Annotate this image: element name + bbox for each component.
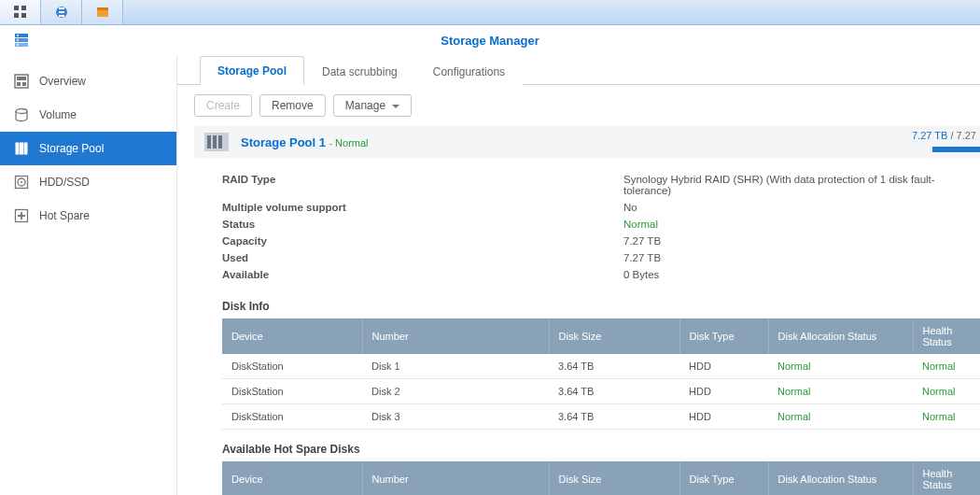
svg-point-13 (17, 35, 19, 36)
cell-size: 3.64 TB (549, 404, 679, 430)
storage-app-icon (54, 5, 69, 20)
cell-size: 3.64 TB (549, 354, 679, 379)
col-header-alloc[interactable]: Disk Allocation Status (768, 461, 913, 495)
cell-type: HDD (679, 404, 768, 430)
svg-rect-9 (97, 7, 108, 10)
cell-health: Normal (913, 354, 980, 379)
prop-value-status: Normal (623, 219, 980, 230)
col-header-type[interactable]: Disk Type (679, 318, 768, 354)
system-taskbar (0, 0, 980, 25)
prop-label-mvs: Multiple volume support (222, 202, 623, 213)
prop-value-capacity: 7.27 TB (623, 235, 980, 247)
table-row[interactable]: DiskStationDisk 13.64 TBHDDNormalNormal (222, 354, 980, 379)
sidebar-item-hdd-ssd[interactable]: HDD/SSD (0, 165, 176, 199)
prop-value-used: 7.27 TB (623, 252, 980, 263)
section-title-disk-info: Disk Info (177, 287, 980, 318)
tab-bar: Storage Pool Data scrubbing Configuratio… (177, 55, 980, 85)
cell-device: DiskStation (222, 404, 362, 430)
col-header-number[interactable]: Number (362, 461, 549, 495)
storage-pool-icon (13, 140, 30, 157)
cell-device: DiskStation (222, 379, 362, 404)
cell-health: Normal (913, 404, 980, 430)
pool-header[interactable]: Storage Pool 1 - Normal 7.27 TB / 7.27 (194, 126, 980, 158)
tab-data-scrubbing[interactable]: Data scrubbing (304, 57, 415, 85)
svg-rect-17 (17, 77, 26, 80)
pool-usage-used[interactable]: 7.27 TB (912, 130, 947, 141)
pool-status-short: Normal (335, 137, 368, 148)
svg-rect-0 (14, 6, 19, 10)
svg-rect-19 (22, 82, 26, 86)
table-row[interactable]: DiskStationDisk 33.64 TBHDDNormalNormal (222, 404, 980, 430)
pool-icon (203, 132, 230, 152)
manage-button[interactable]: Manage (333, 94, 413, 117)
pool-usage-summary: 7.27 TB / 7.27 (912, 130, 976, 141)
app-icon (13, 32, 30, 51)
prop-label-used: Used (222, 252, 623, 263)
pool-usage-bar (932, 147, 980, 152)
col-header-device[interactable]: Device (222, 461, 362, 495)
taskbar-apps-button[interactable] (0, 0, 41, 24)
sidebar: Overview Volume Storage Pool HDD/SSD Hot (0, 55, 177, 495)
sidebar-item-hot-spare[interactable]: Hot Spare (0, 199, 176, 233)
package-app-icon (95, 5, 110, 20)
col-header-device[interactable]: Device (222, 318, 362, 354)
svg-rect-3 (21, 13, 26, 18)
col-header-size[interactable]: Disk Size (549, 318, 679, 354)
sidebar-item-storage-pool[interactable]: Storage Pool (0, 132, 176, 165)
window-titlebar: Storage Manager (0, 25, 980, 55)
col-header-size[interactable]: Disk Size (549, 461, 679, 495)
sidebar-item-overview[interactable]: Overview (0, 64, 176, 98)
prop-label-status: Status (222, 219, 623, 230)
svg-rect-6 (59, 11, 64, 13)
pool-title: Storage Pool 1 (241, 135, 326, 149)
sidebar-item-volume[interactable]: Volume (0, 98, 176, 132)
sidebar-item-label: Storage Pool (39, 142, 104, 155)
svg-point-26 (21, 181, 22, 183)
window-title: Storage Manager (441, 34, 539, 48)
pool-usage-total: 7.27 (957, 130, 976, 141)
taskbar-app-2[interactable] (82, 0, 123, 24)
section-title-hot-spare: Available Hot Spare Disks (177, 430, 980, 461)
cell-number: Disk 1 (362, 354, 549, 379)
cell-number: Disk 3 (362, 404, 549, 430)
svg-rect-5 (59, 7, 64, 9)
sidebar-item-label: Hot Spare (39, 209, 90, 222)
svg-point-20 (16, 109, 27, 114)
grid-icon (13, 5, 28, 20)
col-header-health[interactable]: Health Status (913, 318, 980, 354)
volume-icon (13, 106, 30, 123)
tab-configurations[interactable]: Configurations (415, 57, 523, 85)
create-button[interactable]: Create (194, 94, 252, 117)
prop-label-available: Available (222, 269, 623, 280)
table-row[interactable]: DiskStationDisk 23.64 TBHDDNormalNormal (222, 379, 980, 404)
main-content: Storage Pool Data scrubbing Configuratio… (177, 55, 980, 495)
taskbar-app-1[interactable] (41, 0, 82, 24)
action-toolbar: Create Remove Manage (177, 85, 980, 126)
prop-value-available: 0 Bytes (623, 269, 980, 280)
cell-number: Disk 2 (362, 379, 549, 404)
overview-icon (13, 73, 30, 90)
cell-size: 3.64 TB (549, 379, 679, 404)
prop-label-raid: RAID Type (222, 174, 623, 196)
col-header-number[interactable]: Number (362, 318, 549, 354)
storage-manager-icon (13, 32, 30, 49)
cell-alloc: Normal (768, 404, 913, 430)
col-header-type[interactable]: Disk Type (679, 461, 768, 495)
tab-storage-pool[interactable]: Storage Pool (200, 56, 304, 85)
svg-point-15 (17, 44, 19, 46)
remove-button[interactable]: Remove (259, 94, 326, 117)
pool-properties: RAID TypeSynology Hybrid RAID (SHR) (Wit… (177, 158, 980, 287)
col-header-alloc[interactable]: Disk Allocation Status (768, 318, 913, 354)
cell-type: HDD (679, 379, 768, 404)
hdd-icon (13, 174, 30, 191)
cell-health: Normal (913, 379, 980, 404)
hot-spare-table: Device Number Disk Size Disk Type Disk A… (222, 461, 980, 495)
sidebar-item-label: Overview (39, 75, 86, 88)
manage-button-label: Manage (345, 99, 385, 112)
svg-rect-21 (16, 143, 19, 154)
hot-spare-icon (13, 207, 30, 224)
col-header-health[interactable]: Health Status (913, 461, 980, 495)
chevron-down-icon (392, 105, 399, 108)
svg-rect-23 (24, 143, 27, 154)
svg-point-14 (17, 39, 19, 41)
